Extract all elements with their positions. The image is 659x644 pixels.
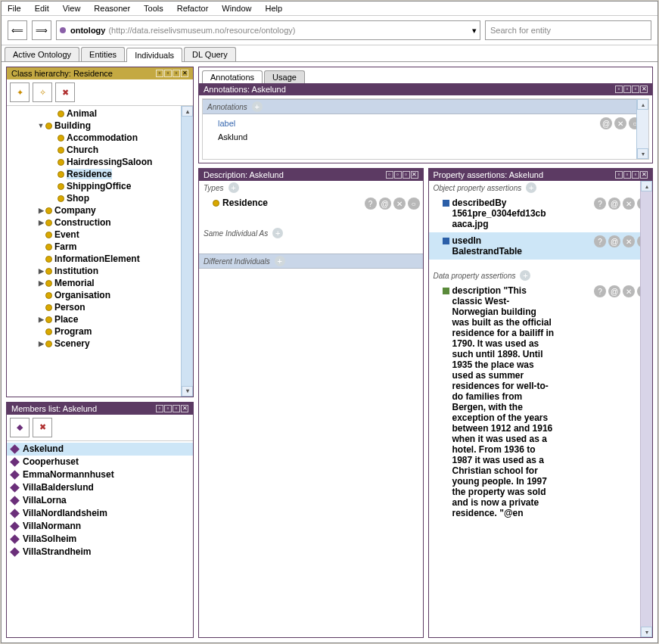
panel-pin-icon[interactable]: ▫: [156, 405, 163, 412]
lang-button[interactable]: @: [608, 198, 620, 210]
scroll-down-icon[interactable]: ▾: [182, 386, 193, 397]
delete-button[interactable]: ✕: [623, 285, 635, 297]
add-type-button[interactable]: +: [228, 182, 239, 193]
members-list[interactable]: AskelundCooperhusetEmmaNormannhusetVilla…: [7, 441, 193, 637]
menu-window[interactable]: Window: [222, 4, 251, 13]
delete-class-button[interactable]: ✖: [55, 82, 75, 102]
class-person[interactable]: Person: [7, 301, 193, 313]
scroll-down-icon[interactable]: ▾: [641, 627, 652, 637]
panel-max-icon[interactable]: ▫: [403, 171, 410, 179]
explain-button[interactable]: ?: [365, 198, 377, 210]
panel-min-icon[interactable]: ▫: [394, 171, 402, 179]
class-building[interactable]: ▼Building: [7, 120, 193, 132]
menu-view[interactable]: View: [63, 4, 81, 13]
class-accommodation[interactable]: Accommodation: [7, 132, 193, 144]
class-place[interactable]: ▶Place: [7, 313, 193, 325]
explain-button[interactable]: ?: [594, 198, 606, 210]
individual-villanordlandsheim[interactable]: VillaNordlandsheim: [7, 507, 193, 520]
object-property-row[interactable]: describedBy 1561pre_0304efd13cbaaca.jpg?…: [429, 194, 653, 232]
panel-max-icon[interactable]: ▫: [173, 70, 180, 77]
tab-dl-query[interactable]: DL Query: [184, 47, 236, 61]
twisty-icon[interactable]: ▶: [37, 316, 45, 323]
menu-refactor[interactable]: Refactor: [177, 4, 209, 13]
annotations-scrollbar[interactable]: ▴▾: [636, 99, 648, 159]
anno-tab-annotations[interactable]: Annotations: [202, 70, 263, 83]
tab-entities[interactable]: Entities: [81, 47, 125, 61]
panel-min-icon[interactable]: ▫: [623, 86, 631, 93]
add-same-as-button[interactable]: +: [272, 228, 283, 238]
class-animal[interactable]: Animal: [7, 107, 193, 120]
class-church[interactable]: Church: [7, 144, 193, 156]
annotation-lang-button[interactable]: @: [600, 117, 612, 129]
lang-button[interactable]: @: [608, 235, 620, 247]
anno-tab-usage[interactable]: Usage: [264, 70, 305, 83]
scroll-up-icon[interactable]: ▴: [641, 181, 652, 191]
add-annotation-button[interactable]: +: [252, 101, 263, 112]
individual-villasolheim[interactable]: VillaSolheim: [7, 533, 193, 546]
delete-button[interactable]: ✕: [623, 235, 635, 247]
class-residence[interactable]: Residence: [7, 168, 193, 180]
class-company[interactable]: ▶Company: [7, 204, 193, 216]
ontology-combo[interactable]: ontology (http://data.reiselivsmuseum.no…: [56, 20, 480, 40]
individual-villastrandheim[interactable]: VillaStrandheim: [7, 546, 193, 558]
class-farm[interactable]: Farm: [7, 241, 193, 253]
forward-button[interactable]: ⟹: [32, 20, 51, 40]
property-scrollbar[interactable]: ▴▾: [640, 181, 652, 637]
class-informationelement[interactable]: InformationElement: [7, 253, 193, 265]
delete-button[interactable]: ✕: [623, 198, 635, 210]
add-sibling-button[interactable]: ✧: [33, 82, 52, 102]
class-institution[interactable]: ▶Institution: [7, 265, 193, 277]
add-individual-button[interactable]: ◆: [10, 418, 30, 437]
class-construction[interactable]: ▶Construction: [7, 216, 193, 229]
tree-scrollbar[interactable]: ▴▾: [181, 106, 193, 397]
panel-close-icon[interactable]: ✕: [640, 171, 648, 179]
delete-button[interactable]: ✕: [393, 198, 406, 210]
twisty-icon[interactable]: ▶: [37, 279, 45, 287]
panel-max-icon[interactable]: ▫: [632, 86, 639, 93]
add-subclass-button[interactable]: ✦: [10, 82, 30, 102]
panel-close-icon[interactable]: ✕: [181, 70, 188, 77]
individual-villabalderslund[interactable]: VillaBalderslund: [7, 481, 193, 494]
panel-pin-icon[interactable]: ▫: [156, 70, 163, 77]
panel-pin-icon[interactable]: ▫: [386, 171, 393, 179]
class-shippingoffice[interactable]: ShippingOffice: [7, 180, 193, 192]
individual-askelund[interactable]: Askelund: [7, 443, 193, 456]
annotation-delete-button[interactable]: ✕: [614, 117, 626, 129]
menu-help[interactable]: Help: [265, 4, 282, 13]
individual-emmanormannhuset[interactable]: EmmaNormannhuset: [7, 468, 193, 481]
panel-max-icon[interactable]: ▫: [173, 405, 180, 412]
ring-button[interactable]: ○: [408, 198, 420, 210]
twisty-icon[interactable]: ▼: [37, 122, 45, 129]
delete-individual-button[interactable]: ✖: [33, 418, 52, 437]
tab-individuals[interactable]: Individuals: [126, 48, 182, 62]
type-row[interactable]: Residence ?@✕○: [199, 194, 423, 213]
add-object-property-button[interactable]: +: [526, 182, 536, 193]
class-tree[interactable]: Animal▼BuildingAccommodationChurchHairdr…: [7, 106, 193, 397]
lang-button[interactable]: @: [608, 285, 620, 297]
class-event[interactable]: Event: [7, 229, 193, 241]
menu-edit[interactable]: Edit: [35, 4, 49, 13]
lang-button[interactable]: @: [379, 198, 391, 210]
class-shop[interactable]: Shop: [7, 192, 193, 204]
data-property-row[interactable]: description "This classic West-Norwegian…: [429, 282, 653, 521]
panel-min-icon[interactable]: ▫: [623, 171, 631, 179]
search-input[interactable]: Search for entity: [485, 20, 651, 40]
add-data-property-button[interactable]: +: [520, 270, 530, 281]
back-button[interactable]: ⟸: [8, 20, 27, 40]
object-property-row[interactable]: usedIn BalestrandTable?@✕○: [429, 232, 653, 260]
tab-active-ontology[interactable]: Active Ontology: [5, 47, 79, 61]
panel-max-icon[interactable]: ▫: [632, 171, 639, 179]
panel-close-icon[interactable]: ✕: [411, 171, 418, 179]
class-program[interactable]: Program: [7, 325, 193, 338]
individual-villalorna[interactable]: VillaLorna: [7, 494, 193, 507]
panel-min-icon[interactable]: ▫: [164, 70, 172, 77]
class-memorial[interactable]: ▶Memorial: [7, 277, 193, 289]
class-hairdressingsaloon[interactable]: HairdressingSaloon: [7, 156, 193, 168]
panel-pin-icon[interactable]: ▫: [615, 171, 623, 179]
explain-button[interactable]: ?: [594, 235, 606, 247]
panel-pin-icon[interactable]: ▫: [615, 86, 623, 93]
menu-reasoner[interactable]: Reasoner: [94, 4, 130, 13]
panel-close-icon[interactable]: ✕: [640, 86, 648, 93]
menu-file[interactable]: File: [8, 4, 21, 13]
twisty-icon[interactable]: ▶: [37, 267, 45, 275]
